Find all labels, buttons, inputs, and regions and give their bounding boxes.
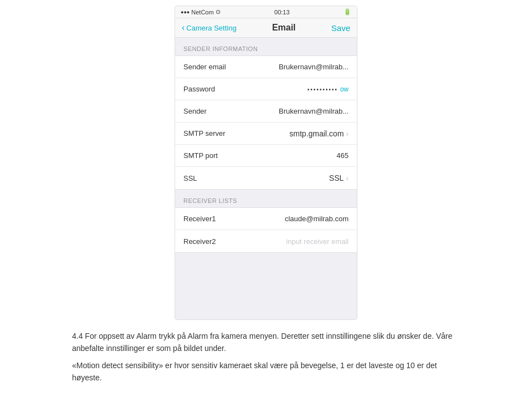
sender-section-header: SENDER INFORMATION [175,38,357,55]
ssl-row[interactable]: SSL SSL › [175,167,357,189]
receiver2-value[interactable]: input receiver email [222,237,349,246]
smtp-server-value: smtp.gmail.com [289,129,344,138]
sender-email-value[interactable]: Brukernavn@milrab... [232,63,349,71]
smtp-server-row[interactable]: SMTP server smtp.gmail.com › [175,123,357,145]
receiver2-row: Receiver2 input receiver email [175,230,357,252]
smtp-server-label: SMTP server [183,129,226,138]
sender-row: Sender Brukernavn@milrab... [175,100,357,123]
receiver2-label: Receiver2 [183,237,216,246]
sender-row-group: Sender email Brukernavn@milrab... Passwo… [175,55,357,190]
password-value[interactable]: ••••••••••ow [221,85,349,93]
smtp-port-label: SMTP port [183,151,218,160]
receiver1-label: Receiver1 [183,215,216,223]
password-dots: •••••••••• [308,86,338,93]
receiver1-value[interactable]: claude@milrab.com [222,215,349,223]
password-label: Password [183,85,215,93]
sender-email-label: Sender email [183,63,226,71]
smtp-server-value-area: smtp.gmail.com › [231,129,349,138]
smtp-port-value[interactable]: 465 [223,151,349,160]
back-label[interactable]: Camera Setting [186,24,236,32]
content-area: SENDER INFORMATION Sender email Brukerna… [175,38,357,319]
bottom-paragraph-2: «Motion detect sensibility» er hvor sens… [72,359,460,384]
password-show: ow [340,85,349,93]
ssl-value-area: SSL › [203,174,349,182]
receiver-section-header: RECEIVER LISTS [175,190,357,207]
smtp-port-row: SMTP port 465 [175,145,357,167]
battery-icon: 🔋 [344,8,351,16]
password-row: Password ••••••••••ow [175,78,357,100]
receiver1-row: Receiver1 claude@milrab.com [175,208,357,230]
bottom-text-area: 4.4 For oppsett av Alarm trykk på Alarm … [72,330,460,384]
wifi-icon: ⊙ [216,8,221,16]
carrier-label: NetCom [191,9,213,16]
status-bar: ●●● NetCom ⊙ 00:13 🔋 [175,6,357,18]
status-time: 00:13 [274,9,290,16]
ssl-label: SSL [183,174,197,182]
sender-value[interactable]: Brukernavn@milrab... [212,107,349,115]
status-left: ●●● NetCom ⊙ [181,8,221,16]
back-chevron-icon: ‹ [182,23,185,33]
nav-title: Email [272,23,296,33]
signal-icon: ●●● [181,9,190,15]
ssl-value: SSL [329,174,344,182]
receiver-row-group: Receiver1 claude@milrab.com Receiver2 in… [175,207,357,253]
sender-email-row: Sender email Brukernavn@milrab... [175,56,357,78]
bottom-paragraph-1: 4.4 For oppsett av Alarm trykk på Alarm … [72,330,460,355]
phone-frame: ●●● NetCom ⊙ 00:13 🔋 ‹ Camera Setting Em… [175,6,357,320]
ssl-chevron-icon: › [346,174,349,182]
sender-label: Sender [183,107,207,115]
status-right: 🔋 [344,8,351,16]
back-button[interactable]: ‹ Camera Setting [182,23,237,33]
nav-bar: ‹ Camera Setting Email Save [175,18,357,38]
empty-area [175,253,357,319]
smtp-server-chevron-icon: › [346,129,349,138]
save-button[interactable]: Save [331,23,350,33]
